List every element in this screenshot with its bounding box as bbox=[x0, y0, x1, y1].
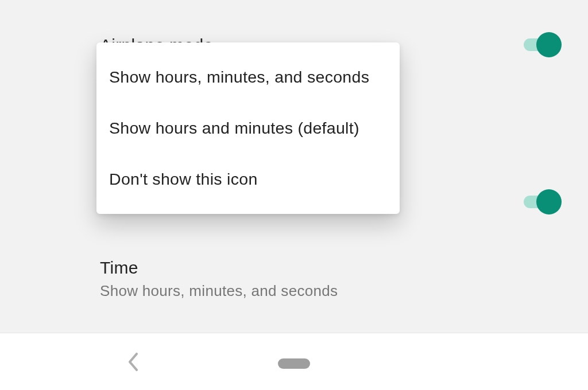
home-pill[interactable] bbox=[278, 358, 310, 369]
setting-item-subtitle: Show hours, minutes, and seconds bbox=[100, 282, 338, 300]
back-icon[interactable] bbox=[126, 352, 140, 372]
settings-panel: Airplane mode Time Show hours, minutes, … bbox=[0, 0, 588, 333]
toggle-thumb bbox=[536, 189, 562, 214]
toggle-thumb bbox=[536, 32, 562, 57]
system-nav-bar bbox=[0, 333, 588, 390]
menu-item-show-hm-default[interactable]: Show hours and minutes (default) bbox=[96, 103, 400, 154]
dropdown-menu-time: Show hours, minutes, and seconds Show ho… bbox=[96, 42, 400, 214]
toggle-secondary[interactable] bbox=[521, 189, 562, 214]
setting-item-title: Time bbox=[100, 258, 338, 278]
toggle-airplane-mode[interactable] bbox=[521, 32, 562, 57]
menu-item-dont-show[interactable]: Don't show this icon bbox=[96, 154, 400, 205]
setting-item-time[interactable]: Time Show hours, minutes, and seconds bbox=[100, 258, 338, 300]
menu-item-show-hms[interactable]: Show hours, minutes, and seconds bbox=[96, 52, 400, 103]
